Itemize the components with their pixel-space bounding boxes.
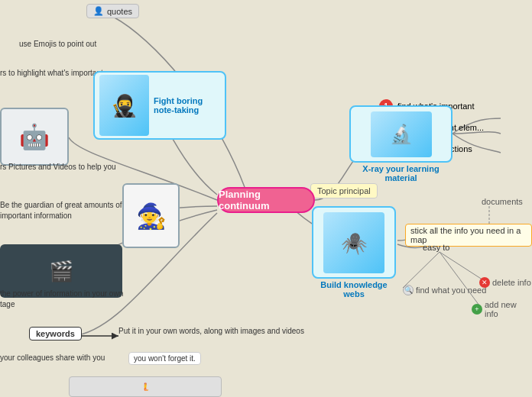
keywords-label: keywords <box>36 329 75 338</box>
search-icon: 🔍 <box>403 285 414 295</box>
use-emojis-label: use Emojis to point out <box>19 40 96 48</box>
easy-to-label: easy to <box>423 243 449 252</box>
robot-image <box>19 122 50 151</box>
cinema-image <box>49 260 73 283</box>
person-icon: 👤 <box>93 6 104 16</box>
guardian-label: Be the guardian of great amounts ofimpor… <box>0 200 122 221</box>
wont-forget-label: you won't forget it. <box>128 352 201 365</box>
quotes-label: quotes <box>107 7 132 16</box>
person-box <box>122 183 180 248</box>
delete-icon: ✕ <box>479 277 490 288</box>
delete-info-label: ✕ delete info <box>479 277 531 288</box>
add-icon: + <box>472 304 482 315</box>
bottom-box: 🧜 <box>69 376 222 397</box>
robot-box <box>0 108 69 166</box>
fight-boring-image <box>99 75 149 136</box>
find-what-label: 🔍 find what you need <box>403 285 486 295</box>
knowledge-label: Build knowledge webs <box>312 280 396 299</box>
xray-box <box>349 105 453 163</box>
xray-image <box>371 111 432 157</box>
highlight-label: rs to highlight what's important <box>0 69 103 77</box>
keywords-box: keywords <box>29 327 82 341</box>
add-new-label: + add new info <box>472 300 532 318</box>
pictures-videos-label: rs Pictures and Videos to help you <box>0 163 116 171</box>
svg-line-2 <box>403 252 440 288</box>
knowledge-image <box>323 212 384 273</box>
person-image <box>136 202 167 231</box>
topic-principal-label: Topic principal <box>310 183 378 198</box>
central-node[interactable]: Planning continuum <box>217 187 315 213</box>
fight-boring-box: Fight boring note-taking <box>93 71 226 140</box>
put-own-words-label: Put it in your own words, along with ima… <box>118 327 304 335</box>
mindmap-canvas: 👤 quotes use Emojis to point out rs to h… <box>0 0 532 397</box>
colleagues-label: your colleagues share with you <box>0 353 105 362</box>
svg-line-4 <box>440 252 479 305</box>
power-info-label: the power of information in your owntage <box>0 289 123 310</box>
fight-boring-text: Fight boring note-taking <box>149 92 225 119</box>
xray-label: X-ray your learning material <box>349 164 453 182</box>
quotes-node: 👤 quotes <box>86 4 139 18</box>
documents-label: documents <box>482 197 523 206</box>
central-label: Planning continuum <box>219 189 313 211</box>
knowledge-box <box>312 206 396 279</box>
